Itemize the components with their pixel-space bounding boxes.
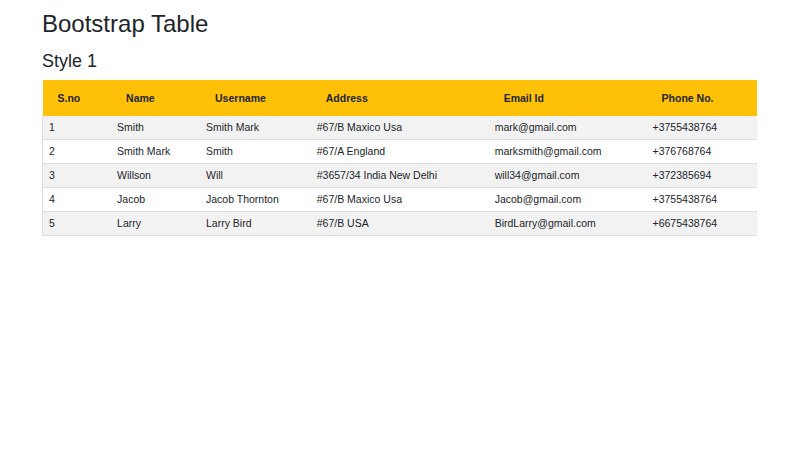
cell-email: marksmith@gmail.com — [489, 140, 647, 164]
table-header-row: S.no Name Username Address Email Id Phon… — [43, 80, 758, 116]
table-body: 1 Smith Smith Mark #67/B Maxico Usa mark… — [43, 116, 758, 236]
cell-name: Smith — [111, 116, 200, 140]
cell-address: #67/A England — [311, 140, 489, 164]
bootstrap-table: S.no Name Username Address Email Id Phon… — [42, 80, 757, 236]
column-header-email: Email Id — [489, 80, 647, 116]
cell-sno: 3 — [43, 164, 112, 188]
page: Bootstrap Table Style 1 S.no Name Userna… — [0, 0, 800, 450]
cell-name: Jacob — [111, 188, 200, 212]
cell-phone: +3755438764 — [647, 116, 757, 140]
cell-email: will34@gmail.com — [489, 164, 647, 188]
column-header-name: Name — [111, 80, 200, 116]
cell-username: Larry Bird — [200, 212, 311, 236]
cell-address: #67/B Maxico Usa — [311, 188, 489, 212]
table-row: 1 Smith Smith Mark #67/B Maxico Usa mark… — [43, 116, 758, 140]
cell-sno: 2 — [43, 140, 112, 164]
cell-phone: +6675438764 — [647, 212, 757, 236]
table-header: S.no Name Username Address Email Id Phon… — [43, 80, 758, 116]
cell-username: Jacob Thornton — [200, 188, 311, 212]
cell-email: mark@gmail.com — [489, 116, 647, 140]
column-header-address: Address — [311, 80, 489, 116]
column-header-username: Username — [200, 80, 311, 116]
table-row: 4 Jacob Jacob Thornton #67/B Maxico Usa … — [43, 188, 758, 212]
cell-name: Larry — [111, 212, 200, 236]
cell-email: Jacob@gmail.com — [489, 188, 647, 212]
column-header-phone: Phone No. — [647, 80, 757, 116]
cell-username: Smith — [200, 140, 311, 164]
cell-phone: +372385694 — [647, 164, 757, 188]
cell-address: #3657/34 India New Delhi — [311, 164, 489, 188]
cell-sno: 1 — [43, 116, 112, 140]
cell-phone: +376768764 — [647, 140, 757, 164]
cell-name: Willson — [111, 164, 200, 188]
cell-sno: 4 — [43, 188, 112, 212]
page-title: Bootstrap Table — [42, 10, 757, 39]
cell-sno: 5 — [43, 212, 112, 236]
cell-name: Smith Mark — [111, 140, 200, 164]
cell-username: Will — [200, 164, 311, 188]
cell-username: Smith Mark — [200, 116, 311, 140]
page-subtitle: Style 1 — [42, 51, 757, 73]
content-container: Bootstrap Table Style 1 S.no Name Userna… — [0, 10, 800, 236]
cell-email: BirdLarry@gmail.com — [489, 212, 647, 236]
table-row: 2 Smith Mark Smith #67/A England marksmi… — [43, 140, 758, 164]
table-row: 5 Larry Larry Bird #67/B USA BirdLarry@g… — [43, 212, 758, 236]
cell-phone: +3755438764 — [647, 188, 757, 212]
column-header-sno: S.no — [43, 80, 112, 116]
cell-address: #67/B Maxico Usa — [311, 116, 489, 140]
cell-address: #67/B USA — [311, 212, 489, 236]
table-row: 3 Willson Will #3657/34 India New Delhi … — [43, 164, 758, 188]
